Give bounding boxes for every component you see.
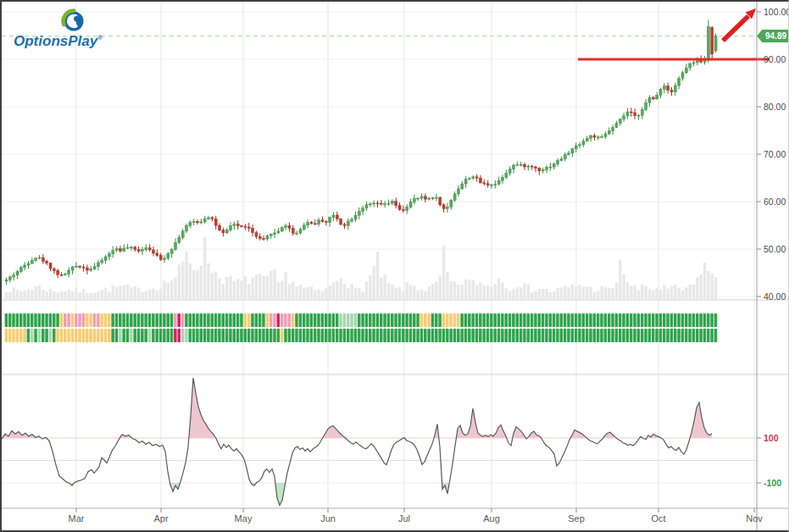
month-axis-label: Aug: [483, 513, 500, 524]
price-axis-label: 60.00: [764, 197, 786, 207]
oscillator-lower-label: -100: [764, 478, 781, 488]
brand-name: OptionsPlay®: [14, 33, 103, 50]
price-axis-label: 100.00: [764, 7, 789, 17]
price-chart-canvas: [2, 2, 789, 532]
volume-series: [5, 237, 717, 300]
month-axis-label: Sep: [568, 513, 585, 524]
last-price-tag: 94.89: [757, 30, 789, 42]
price-axis-label: 40.00: [764, 291, 786, 302]
price-axis-label: 90.00: [764, 54, 786, 64]
month-axis-label: Jul: [398, 513, 410, 524]
price-axis-label: 70.00: [764, 149, 786, 159]
optionsplay-logo-icon: [61, 8, 86, 34]
chart-frame: OptionsPlay® 94.89 100.0090.0080.0070.00…: [0, 0, 789, 532]
month-axis-label: Nov: [746, 513, 763, 524]
oscillator-panel: [2, 378, 756, 506]
month-axis-label: May: [235, 513, 253, 524]
optionsplay-logo: OptionsPlay®: [14, 7, 124, 53]
brand-name-text: OptionsPlay: [14, 33, 97, 49]
month-axis-label: Oct: [651, 513, 665, 524]
price-axis-label: 80.00: [764, 102, 786, 112]
price-axis-label: 50.00: [764, 244, 786, 254]
month-axis-label: Mar: [69, 513, 85, 524]
signal-heatmap: [5, 313, 718, 342]
oscillator-upper-label: 100: [764, 433, 779, 443]
panel-borders: [2, 2, 789, 532]
registered-mark: ®: [97, 34, 103, 42]
month-axis-label: Jun: [320, 513, 336, 524]
month-axis-label: Apr: [153, 513, 168, 524]
